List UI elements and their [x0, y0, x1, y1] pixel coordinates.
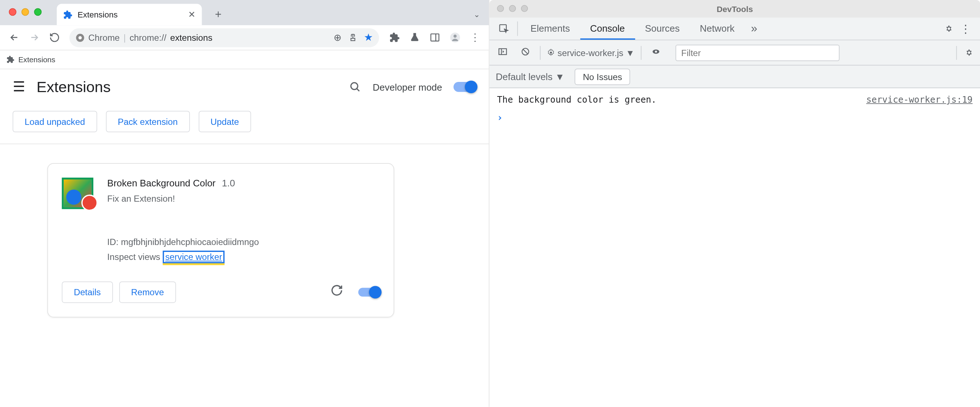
- reload-button[interactable]: [46, 29, 63, 46]
- tab-elements[interactable]: Elements: [520, 17, 580, 40]
- developer-mode-label: Developer mode: [372, 82, 442, 92]
- maximize-window-icon[interactable]: [521, 5, 528, 12]
- context-name: service-worker.js: [557, 48, 623, 58]
- console-sidebar-icon[interactable]: [495, 46, 511, 59]
- extension-card: Broken Background Color 1.0 Fix an Exten…: [48, 163, 395, 317]
- more-tabs-icon[interactable]: »: [745, 17, 764, 40]
- extensions-icon[interactable]: [385, 29, 403, 46]
- back-button[interactable]: [5, 29, 22, 46]
- console-filter-row2: Default levels ▼ No Issues: [489, 65, 980, 88]
- extension-description: Fix an Extension!: [107, 193, 380, 204]
- bookmark-favicon-icon: [6, 55, 14, 63]
- omnibox[interactable]: Chrome | chrome://extensions ⊕ ★: [69, 28, 379, 47]
- svg-line-7: [356, 89, 359, 91]
- extension-icon: [63, 10, 73, 19]
- extension-enable-toggle[interactable]: [358, 288, 380, 296]
- tab-console[interactable]: Console: [580, 17, 635, 40]
- console-prompt[interactable]: ›: [496, 107, 974, 128]
- svg-point-13: [550, 52, 552, 54]
- action-row: Load unpacked Pack extension Update: [0, 105, 489, 144]
- service-worker-link[interactable]: service worker: [162, 250, 224, 263]
- svg-point-5: [453, 35, 457, 38]
- reload-extension-icon[interactable]: [331, 284, 344, 299]
- inspect-views-label: Inspect views: [107, 252, 160, 262]
- chrome-window: Extensions ✕ + ⌄ Chrome | chrome://exten…: [0, 0, 489, 407]
- details-button[interactable]: Details: [62, 282, 113, 303]
- maximize-window-icon[interactable]: [34, 8, 41, 16]
- svg-point-1: [78, 36, 82, 39]
- load-unpacked-button[interactable]: Load unpacked: [13, 111, 97, 132]
- svg-line-12: [523, 49, 528, 54]
- browser-tab[interactable]: Extensions ✕: [57, 4, 202, 25]
- tab-sources[interactable]: Sources: [635, 17, 690, 40]
- settings-icon[interactable]: [943, 22, 955, 35]
- close-tab-icon[interactable]: ✕: [188, 10, 196, 20]
- clear-console-icon[interactable]: [517, 46, 534, 59]
- labs-icon[interactable]: [406, 29, 423, 46]
- devtools-window-controls: [497, 5, 528, 12]
- svg-rect-2: [431, 34, 439, 41]
- side-panel-icon[interactable]: [426, 29, 443, 46]
- chrome-logo-icon: [76, 33, 84, 42]
- zoom-icon[interactable]: ⊕: [334, 32, 342, 43]
- window-controls: [9, 8, 41, 16]
- gear-icon: [547, 48, 555, 56]
- menu-icon[interactable]: ☰: [13, 79, 25, 95]
- page-title: Extensions: [37, 78, 110, 96]
- browser-toolbar: Chrome | chrome://extensions ⊕ ★ ⋮: [0, 25, 489, 50]
- omnibox-prefix: chrome://: [129, 32, 166, 43]
- pack-extension-button[interactable]: Pack extension: [106, 111, 189, 132]
- new-tab-button[interactable]: +: [209, 8, 227, 21]
- console-log-entry: The background color is green. service-w…: [496, 92, 974, 108]
- dropdown-icon: ▼: [626, 48, 635, 58]
- tab-list-icon[interactable]: ⌄: [474, 10, 480, 19]
- extension-version: 1.0: [222, 177, 235, 188]
- devtools-menu-icon[interactable]: ⋮: [960, 22, 971, 36]
- extension-id-label: ID:: [107, 237, 118, 247]
- log-source-link[interactable]: service-worker.js:19: [866, 95, 973, 105]
- svg-point-15: [655, 50, 657, 52]
- search-icon[interactable]: [349, 81, 362, 93]
- profile-icon[interactable]: [446, 29, 463, 46]
- live-expression-icon[interactable]: [648, 46, 664, 59]
- omnibox-scheme: Chrome: [88, 32, 119, 43]
- devtools-window: DevTools Elements Console Sources Networ…: [489, 0, 980, 407]
- developer-mode-toggle[interactable]: [453, 82, 476, 92]
- extension-app-icon: [62, 177, 94, 209]
- omnibox-path: extensions: [170, 32, 213, 43]
- prompt-caret-icon: ›: [497, 112, 503, 124]
- extension-name: Broken Background Color: [107, 177, 215, 188]
- minimize-window-icon[interactable]: [509, 5, 516, 12]
- svg-point-6: [351, 82, 358, 90]
- share-icon[interactable]: [348, 33, 358, 42]
- devtools-tabs: Elements Console Sources Network » ⋮: [489, 17, 980, 40]
- close-window-icon[interactable]: [497, 5, 504, 12]
- console-toolbar: service-worker.js ▼: [489, 40, 980, 65]
- bookmark-bar: Extensions: [0, 50, 489, 69]
- forward-button[interactable]: [25, 29, 43, 46]
- svg-rect-9: [499, 48, 506, 54]
- update-button[interactable]: Update: [198, 111, 251, 132]
- console-output: The background color is green. service-w…: [489, 88, 980, 132]
- tab-strip: Extensions ✕ + ⌄: [0, 0, 489, 25]
- page-header: ☰ Extensions Developer mode: [0, 69, 489, 105]
- log-levels-selector[interactable]: Default levels ▼: [496, 71, 565, 82]
- log-message: The background color is green.: [497, 95, 656, 105]
- close-window-icon[interactable]: [9, 8, 16, 16]
- remove-button[interactable]: Remove: [119, 282, 176, 303]
- tab-title: Extensions: [78, 10, 118, 19]
- context-selector[interactable]: service-worker.js ▼: [547, 48, 635, 58]
- filter-input[interactable]: [676, 44, 840, 61]
- devtools-title: DevTools: [717, 4, 753, 13]
- bookmark-star-icon[interactable]: ★: [364, 32, 372, 44]
- inspect-element-icon[interactable]: [493, 17, 515, 40]
- kebab-menu-icon[interactable]: ⋮: [466, 29, 484, 46]
- tab-network[interactable]: Network: [690, 17, 745, 40]
- bookmark-item[interactable]: Extensions: [18, 55, 56, 64]
- issues-button[interactable]: No Issues: [574, 68, 630, 85]
- extension-id: mgfbhjnibhjdehcphiocaoiediidmngo: [121, 237, 259, 247]
- devtools-titlebar: DevTools: [489, 0, 980, 17]
- console-settings-icon[interactable]: [963, 47, 975, 59]
- minimize-window-icon[interactable]: [22, 8, 29, 16]
